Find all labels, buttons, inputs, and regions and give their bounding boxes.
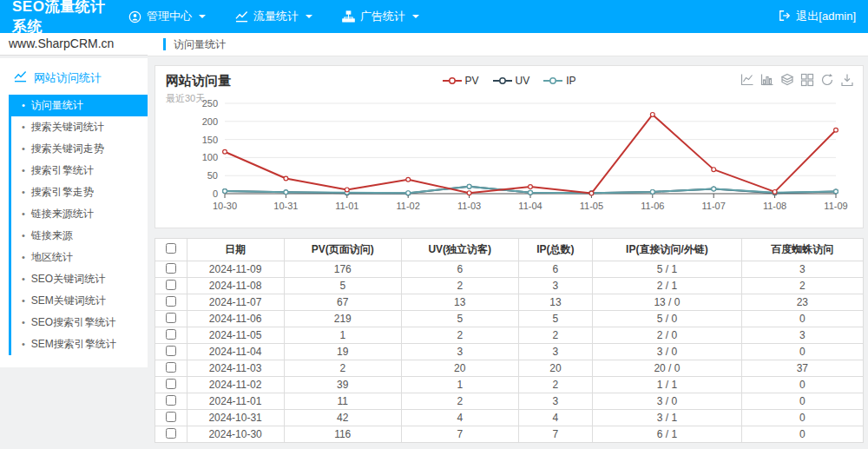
value-cell: 5 / 0: [593, 311, 741, 327]
top-navbar: SEO流量统计系统 管理中心 流量统计: [0, 0, 868, 33]
legend-item-pv[interactable]: PV: [442, 75, 478, 87]
sidebar-item-10[interactable]: •SEO搜索引擎统计: [11, 312, 148, 333]
row-checkbox[interactable]: [166, 395, 176, 406]
column-header-4: IP(直接访问/外链): [593, 239, 741, 261]
table-row: 2024-11-032202020 / 037: [155, 360, 864, 377]
sidebar-item-1[interactable]: •搜索关键词统计: [11, 116, 148, 138]
value-cell: 4: [401, 410, 518, 426]
row-checkbox-cell: [155, 393, 187, 410]
sidebar-item-label: 链接来源: [31, 229, 73, 241]
site-name: www.SharpCRM.cn: [0, 33, 148, 56]
row-checkbox-cell: [155, 261, 187, 278]
value-cell: 13: [401, 294, 518, 311]
value-cell: 13 / 0: [593, 294, 741, 311]
legend-item-uv[interactable]: UV: [493, 75, 530, 87]
sidebar-item-label: 搜索关键词统计: [31, 121, 104, 133]
sidebar-item-7[interactable]: •地区统计: [11, 247, 148, 268]
row-checkbox[interactable]: [166, 313, 176, 323]
value-cell: 1 / 1: [593, 377, 741, 393]
bullet-icon: •: [22, 122, 25, 132]
value-cell: 5: [518, 311, 593, 327]
value-cell: 1: [284, 327, 401, 344]
date-cell: 2024-11-08: [187, 278, 284, 294]
value-cell: 0: [741, 393, 863, 410]
bar-type-icon[interactable]: [760, 73, 774, 87]
svg-text:10-31: 10-31: [273, 201, 298, 211]
value-cell: 5 / 1: [593, 261, 741, 278]
value-cell: 3 / 1: [593, 410, 741, 426]
svg-text:11-03: 11-03: [457, 201, 481, 211]
sidebar-item-2[interactable]: •搜索关键词走势: [11, 138, 148, 160]
sidebar-item-11[interactable]: •SEM搜索引擎统计: [11, 333, 148, 355]
sidebar-item-5[interactable]: •链接来源统计: [11, 203, 148, 225]
chart-toolbox: [740, 73, 854, 87]
svg-text:50: 50: [207, 170, 218, 181]
value-cell: 20: [518, 360, 593, 377]
row-checkbox[interactable]: [166, 280, 176, 290]
value-cell: 11: [284, 393, 401, 410]
restore-icon[interactable]: [820, 73, 834, 87]
save-image-icon[interactable]: [840, 73, 854, 87]
svg-text:11-01: 11-01: [335, 201, 358, 211]
row-checkbox[interactable]: [166, 263, 176, 274]
value-cell: 3: [401, 344, 518, 360]
line-chart[interactable]: 05010015020025010-3010-3111-0111-0211-03…: [155, 99, 865, 228]
bullet-icon: •: [22, 339, 25, 349]
sidebar-section-website-stats[interactable]: 网站访问统计: [0, 63, 148, 95]
value-cell: 2: [741, 278, 863, 294]
breadcrumb-label: 访问量统计: [174, 37, 226, 52]
chevron-down-icon: [412, 15, 419, 18]
line-type-icon[interactable]: [740, 73, 754, 87]
row-checkbox[interactable]: [166, 379, 176, 389]
table-row: 2024-11-06219555 / 00: [155, 311, 864, 327]
legend-line-marker-icon: [543, 76, 562, 85]
sidebar-item-0[interactable]: •访问量统计: [11, 95, 148, 116]
legend-item-ip[interactable]: IP: [543, 75, 575, 87]
column-header-3: IP(总数): [518, 239, 593, 261]
bullet-icon: •: [22, 100, 25, 110]
value-cell: 2: [284, 360, 401, 377]
sidebar-item-8[interactable]: •SEO关键词统计: [11, 268, 148, 290]
sidebar-item-9[interactable]: •SEM关键词统计: [11, 290, 148, 312]
stats-table-container: 日期PV(页面访问)UV(独立访客)IP(总数)IP(直接访问/外链)百度蜘蛛访…: [155, 238, 864, 443]
row-checkbox[interactable]: [166, 346, 176, 356]
date-cell: 2024-10-30: [187, 426, 284, 443]
value-cell: 3: [518, 278, 593, 294]
value-cell: 3: [518, 344, 593, 360]
menu-admin-center[interactable]: 管理中心: [128, 9, 206, 24]
table-row: 2024-11-09176665 / 13: [155, 261, 864, 278]
table-row: 2024-10-3142443 / 10: [155, 410, 864, 426]
sidebar-item-4[interactable]: •搜索引擎走势: [11, 182, 148, 203]
row-checkbox[interactable]: [166, 329, 176, 340]
value-cell: 13: [518, 294, 593, 311]
select-all-checkbox[interactable]: [166, 243, 176, 254]
sidebar-submenu: •访问量统计•搜索关键词统计•搜索关键词走势•搜索引擎统计•搜索引擎走势•链接来…: [9, 95, 148, 355]
sidebar-item-label: SEM搜索引擎统计: [31, 338, 116, 350]
row-checkbox[interactable]: [166, 412, 176, 422]
sidebar-item-3[interactable]: •搜索引擎统计: [11, 160, 148, 182]
table-row: 2024-11-0767131313 / 023: [155, 294, 864, 311]
row-checkbox-cell: [155, 278, 187, 294]
date-cell: 2024-11-02: [187, 377, 284, 393]
value-cell: 0: [741, 410, 863, 426]
table-row: 2024-11-0239121 / 10: [155, 377, 864, 393]
svg-text:11-08: 11-08: [763, 201, 786, 211]
row-checkbox-cell: [155, 410, 187, 426]
svg-text:250: 250: [202, 99, 218, 109]
menu-ad-stats[interactable]: 广告统计: [342, 9, 419, 24]
row-checkbox-cell: [155, 360, 187, 377]
row-checkbox[interactable]: [166, 296, 176, 307]
value-cell: 0: [741, 377, 863, 393]
row-checkbox-cell: [155, 294, 187, 311]
value-cell: 0: [741, 426, 863, 443]
menu-traffic-stats[interactable]: 流量统计: [235, 9, 312, 24]
main-content: 访问量统计 网站访问量 最近30天 PVUVIP 050100: [148, 33, 868, 449]
logout-button[interactable]: 退出[admin]: [779, 9, 868, 24]
sidebar-item-label: 链接来源统计: [31, 208, 94, 220]
sidebar-item-6[interactable]: •链接来源: [11, 225, 148, 247]
row-checkbox-cell: [155, 377, 187, 393]
row-checkbox[interactable]: [166, 428, 176, 439]
row-checkbox[interactable]: [166, 362, 176, 373]
stack-icon[interactable]: [780, 73, 794, 87]
tiled-icon[interactable]: [800, 73, 814, 87]
